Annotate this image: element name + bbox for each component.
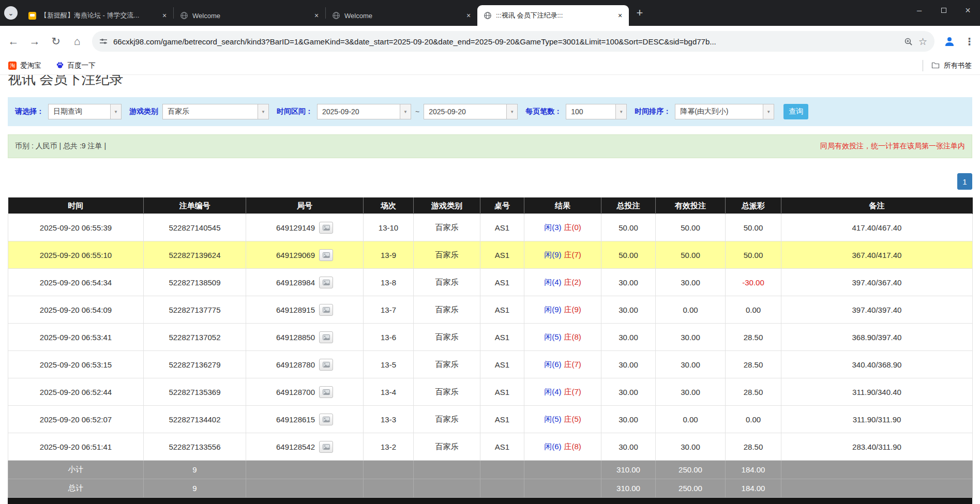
cell-total-bet-link[interactable]: 30.00 bbox=[601, 406, 656, 433]
cell-session: 13-9 bbox=[364, 241, 414, 269]
tab-welcome-2[interactable]: Welcome × bbox=[326, 5, 477, 26]
game-type-dropdown[interactable]: 百家乐 ▼ bbox=[162, 104, 269, 119]
round-video-button[interactable] bbox=[319, 359, 333, 371]
cell-valid-bet: 30.00 bbox=[656, 433, 726, 461]
cell-result: 闲(9)庄(7) bbox=[524, 241, 601, 269]
notice-text: 同局有效投注，统一计算在该局第一张注单内 bbox=[820, 142, 965, 151]
forward-button[interactable]: → bbox=[28, 35, 41, 48]
back-button[interactable]: ← bbox=[7, 35, 20, 48]
date-start-dropdown[interactable]: 2025-09-20 ▼ bbox=[317, 104, 411, 119]
round-video-button[interactable] bbox=[319, 304, 333, 316]
cell-total-bet-link[interactable]: 30.00 bbox=[601, 433, 656, 461]
cell-total-bet-link[interactable]: 50.00 bbox=[601, 214, 656, 241]
url-input[interactable]: 66cxkj98.com/game/betrecord_search/kind3… bbox=[113, 37, 898, 46]
search-button[interactable]: 查询 bbox=[783, 104, 808, 119]
cell-total-bet-link[interactable]: 30.00 bbox=[601, 269, 656, 296]
header-game-type: 游戏类别 bbox=[414, 198, 480, 214]
page-number-button[interactable]: 1 bbox=[957, 173, 972, 190]
cell-round: 649128780 bbox=[246, 351, 364, 378]
site-settings-icon[interactable] bbox=[99, 37, 108, 45]
tab-title: :::视讯 会员下注纪录::: bbox=[496, 11, 611, 20]
round-video-button[interactable] bbox=[319, 386, 333, 398]
date-end-value[interactable]: 2025-09-20 bbox=[424, 104, 506, 119]
browser-menu-icon[interactable]: ⋮ bbox=[964, 36, 973, 48]
header-result: 结果 bbox=[524, 198, 601, 214]
round-video-button[interactable] bbox=[319, 414, 333, 425]
cell-total-bet-link[interactable]: 30.00 bbox=[601, 296, 656, 324]
round-video-button[interactable] bbox=[319, 222, 333, 234]
cell-note: 311.90/340.40 bbox=[781, 378, 973, 406]
folder-icon bbox=[931, 61, 940, 71]
bookmark-taobao[interactable]: 淘 爱淘宝 bbox=[8, 61, 41, 70]
query-type-value[interactable]: 日期查询 bbox=[48, 104, 110, 119]
all-bookmarks-button[interactable]: 所有书签 bbox=[923, 60, 972, 71]
dropdown-arrow-icon[interactable]: ▼ bbox=[615, 104, 627, 119]
cell-session: 13-5 bbox=[364, 351, 414, 378]
summary-bar: 币别 : 人民币 | 总共 :9 注单 | 同局有效投注，统一计算在该局第一张注… bbox=[8, 134, 972, 158]
tab-close-icon[interactable]: × bbox=[464, 11, 473, 20]
cell-note: 368.90/397.40 bbox=[781, 324, 973, 351]
game-type-label: 游戏类别 bbox=[129, 107, 158, 116]
dropdown-arrow-icon[interactable]: ▼ bbox=[506, 104, 518, 119]
cell-valid-bet: 50.00 bbox=[656, 214, 726, 241]
pagination: 1 bbox=[8, 173, 972, 190]
query-type-dropdown[interactable]: 日期查询 ▼ bbox=[48, 104, 122, 119]
result-banker: 庄(7) bbox=[564, 250, 581, 259]
new-tab-button[interactable]: + bbox=[632, 5, 647, 21]
date-end-dropdown[interactable]: 2025-09-20 ▼ bbox=[424, 104, 518, 119]
dropdown-arrow-icon[interactable]: ▼ bbox=[400, 104, 411, 119]
cell-payout: 0.00 bbox=[726, 296, 781, 324]
cell-payout: 50.00 bbox=[726, 214, 781, 241]
tab-close-icon[interactable]: × bbox=[312, 11, 321, 20]
dropdown-arrow-icon[interactable]: ▼ bbox=[258, 104, 269, 119]
url-bar[interactable]: 66cxkj98.com/game/betrecord_search/kind3… bbox=[92, 31, 934, 52]
cell-payout: 50.00 bbox=[726, 241, 781, 269]
tab-welcome-1[interactable]: Welcome × bbox=[174, 5, 325, 26]
tab-close-icon[interactable]: × bbox=[615, 11, 625, 20]
maximize-button[interactable] bbox=[931, 0, 956, 21]
cell-note: 417.40/467.40 bbox=[781, 214, 973, 241]
round-number: 649128542 bbox=[276, 442, 315, 451]
cell-result: 闲(6)庄(7) bbox=[524, 351, 601, 378]
cell-total-bet-link[interactable]: 50.00 bbox=[601, 241, 656, 269]
round-video-button[interactable] bbox=[319, 277, 333, 288]
cell-total-bet-link[interactable]: 30.00 bbox=[601, 324, 656, 351]
cell-game-type: 百家乐 bbox=[414, 406, 480, 433]
tab-bet-records-active[interactable]: :::视讯 会员下注纪录::: × bbox=[477, 5, 629, 26]
per-page-dropdown[interactable]: 100 ▼ bbox=[566, 104, 627, 119]
per-page-value[interactable]: 100 bbox=[566, 104, 615, 119]
close-window-button[interactable]: × bbox=[956, 0, 980, 21]
all-bookmarks-label: 所有书签 bbox=[944, 61, 972, 70]
subtotal-row: 小计 9 310.00 250.00 184.00 bbox=[8, 461, 973, 479]
cell-time: 2025-09-20 06:54:09 bbox=[8, 296, 144, 324]
bookmark-star-icon[interactable]: ☆ bbox=[918, 36, 927, 48]
profile-icon[interactable] bbox=[943, 35, 956, 48]
cell-valid-bet: 0.00 bbox=[656, 296, 726, 324]
bookmark-baidu[interactable]: 百度一下 bbox=[56, 61, 96, 71]
tab-search-button[interactable]: ⌄ bbox=[4, 6, 18, 20]
round-video-button[interactable] bbox=[319, 249, 333, 261]
cell-total-bet-link[interactable]: 30.00 bbox=[601, 351, 656, 378]
reload-button[interactable]: ↻ bbox=[50, 35, 62, 48]
dropdown-arrow-icon[interactable]: ▼ bbox=[110, 104, 122, 119]
date-start-value[interactable]: 2025-09-20 bbox=[317, 104, 400, 119]
minimize-button[interactable]: ─ bbox=[907, 0, 931, 21]
tab-haiyan-forum[interactable]: 【新提醒】海燕论坛 - 博学交流... × bbox=[22, 5, 173, 26]
tab-close-icon[interactable]: × bbox=[160, 11, 169, 20]
cell-result: 闲(4)庄(2) bbox=[524, 269, 601, 296]
dropdown-arrow-icon[interactable]: ▼ bbox=[763, 104, 774, 119]
home-button[interactable]: ⌂ bbox=[71, 35, 83, 48]
cell-total-bet-link[interactable]: 30.00 bbox=[601, 378, 656, 406]
result-player: 闲(3) bbox=[544, 223, 561, 232]
cell-table-no: AS1 bbox=[480, 269, 524, 296]
round-video-button[interactable] bbox=[319, 441, 333, 453]
header-note: 备注 bbox=[781, 198, 973, 214]
cell-table-no: AS1 bbox=[480, 241, 524, 269]
round-video-button[interactable] bbox=[319, 331, 333, 343]
sort-label: 时间排序： bbox=[635, 107, 671, 116]
game-type-value[interactable]: 百家乐 bbox=[162, 104, 258, 119]
sort-value[interactable]: 降幂(由大到小) bbox=[675, 104, 763, 119]
sort-dropdown[interactable]: 降幂(由大到小) ▼ bbox=[675, 104, 774, 119]
round-number: 649128850 bbox=[276, 333, 315, 342]
zoom-icon[interactable] bbox=[904, 37, 913, 46]
